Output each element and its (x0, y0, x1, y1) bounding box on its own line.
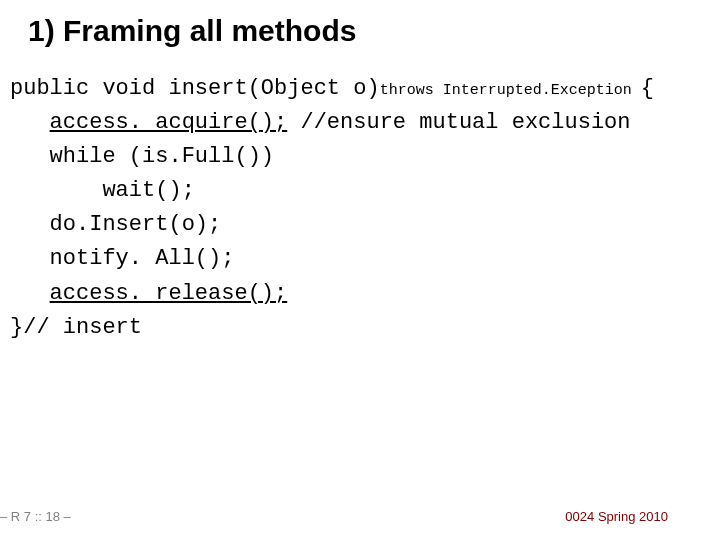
code-line-acquire: access. acquire(); (50, 110, 288, 135)
code-signature-brace: { (641, 76, 654, 101)
code-line-notify: notify. All(); (50, 246, 235, 271)
code-line-while: while (is.Full()) (50, 144, 274, 169)
slide-title: 1) Framing all methods (28, 14, 356, 48)
code-line-end: }// insert (10, 315, 142, 340)
code-line-doinsert: do.Insert(o); (50, 212, 222, 237)
code-line-wait: wait(); (102, 178, 194, 203)
course-label: 0024 Spring 2010 (565, 509, 668, 524)
code-line-release: access. release(); (50, 281, 288, 306)
code-line-acquire-comment: //ensure mutual exclusion (287, 110, 630, 135)
page-number: – R 7 :: 18 – (0, 509, 71, 524)
code-block: public void insert(Object o)throws Inter… (10, 72, 710, 345)
code-signature-prefix: public void insert(Object o) (10, 76, 380, 101)
slide: 1) Framing all methods public void inser… (0, 0, 720, 540)
code-signature-throws: throws Interrupted.Exception (380, 82, 641, 99)
